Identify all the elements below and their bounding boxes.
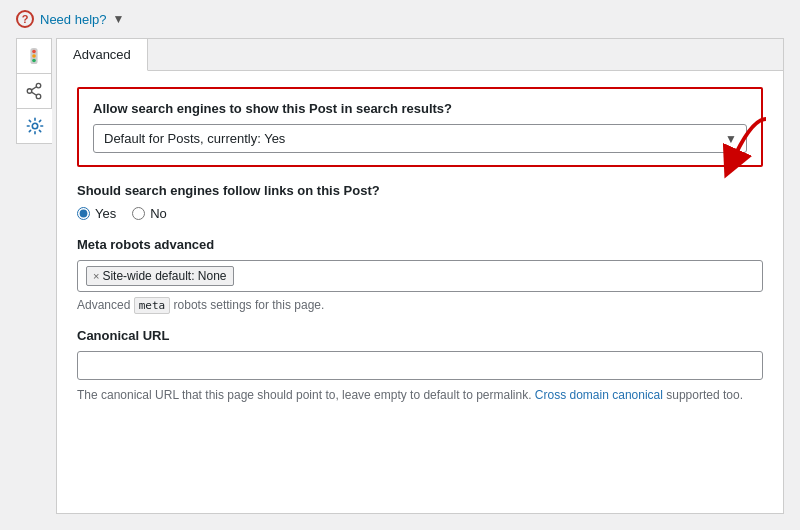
canonical-url-label: Canonical URL: [77, 328, 763, 343]
svg-line-7: [32, 87, 37, 90]
meta-code: meta: [134, 297, 171, 314]
tab-advanced[interactable]: Advanced: [57, 39, 148, 71]
follow-links-no[interactable]: No: [132, 206, 167, 221]
sidebar-icon-share[interactable]: [16, 73, 52, 109]
search-visibility-select[interactable]: Default for Posts, currently: Yes Yes No: [93, 124, 747, 153]
svg-point-2: [32, 54, 36, 58]
sidebar-icon-traffic-light[interactable]: [16, 38, 52, 74]
svg-point-6: [27, 89, 32, 94]
top-bar: ? Need help? ▼: [0, 0, 800, 38]
tab-bar: Advanced: [57, 39, 783, 71]
svg-point-4: [36, 83, 41, 88]
help-circle-icon: ?: [16, 10, 34, 28]
follow-links-no-radio[interactable]: [132, 207, 145, 220]
cross-domain-canonical-link[interactable]: Cross domain canonical: [535, 388, 663, 402]
tag-label: Site-wide default: None: [102, 269, 226, 283]
canonical-url-section: Canonical URL The canonical URL that thi…: [77, 328, 763, 404]
gear-icon: [26, 117, 44, 135]
need-help-link[interactable]: Need help?: [40, 12, 107, 27]
svg-point-9: [32, 123, 37, 128]
share-icon: [25, 82, 43, 100]
svg-point-1: [32, 50, 36, 54]
search-visibility-label: Allow search engines to show this Post i…: [93, 101, 747, 116]
traffic-light-icon: [25, 47, 43, 65]
svg-line-8: [32, 92, 37, 95]
follow-links-section: Should search engines follow links on th…: [77, 183, 763, 221]
meta-robots-input[interactable]: × Site-wide default: None: [77, 260, 763, 292]
follow-links-yes[interactable]: Yes: [77, 206, 116, 221]
content-panel: Advanced Allow search engines to show th…: [56, 38, 784, 514]
meta-robots-label: Meta robots advanced: [77, 237, 763, 252]
meta-robots-tag: × Site-wide default: None: [86, 266, 234, 286]
follow-links-label: Should search engines follow links on th…: [77, 183, 763, 198]
chevron-down-icon[interactable]: ▼: [113, 12, 125, 26]
search-visibility-section: Allow search engines to show this Post i…: [77, 87, 763, 167]
canonical-url-hint: The canonical URL that this page should …: [77, 386, 763, 404]
meta-robots-hint: Advanced meta robots settings for this p…: [77, 298, 763, 312]
search-visibility-select-wrapper: Default for Posts, currently: Yes Yes No…: [93, 124, 747, 153]
tag-remove-icon[interactable]: ×: [93, 270, 99, 282]
content-area: Allow search engines to show this Post i…: [57, 71, 783, 436]
main-layout: Advanced Allow search engines to show th…: [0, 38, 800, 530]
follow-links-yes-radio[interactable]: [77, 207, 90, 220]
meta-robots-section: Meta robots advanced × Site-wide default…: [77, 237, 763, 312]
svg-point-3: [32, 59, 36, 63]
svg-point-5: [36, 94, 41, 99]
sidebar: [16, 38, 56, 514]
sidebar-icon-settings[interactable]: [16, 108, 52, 144]
follow-links-radio-group: Yes No: [77, 206, 763, 221]
canonical-url-input[interactable]: [77, 351, 763, 380]
